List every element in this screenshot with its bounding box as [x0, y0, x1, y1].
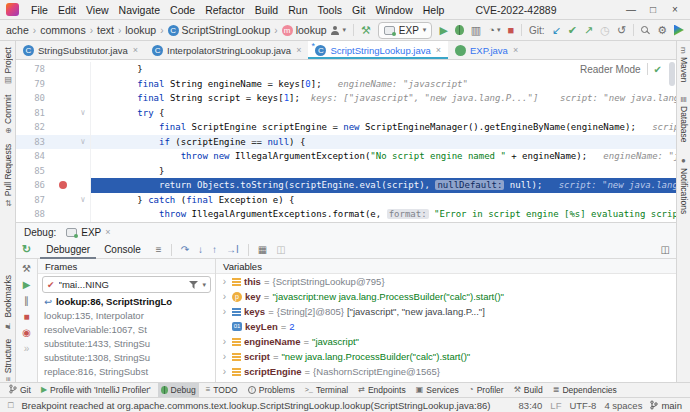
settings-wrench-icon[interactable]: ⚒ [22, 264, 31, 274]
tool-button-git[interactable]: Git [6, 383, 34, 398]
evaluate-expression-icon[interactable]: ▦ [258, 245, 267, 255]
editor-scrollbar[interactable] [667, 60, 676, 222]
tool-window-button-commit[interactable]: ⊕Commit [3, 95, 13, 134]
close-icon[interactable]: × [436, 45, 441, 55]
thread-selector[interactable]: ✔ "mai...NING ▾ [42, 276, 211, 293]
variable-row-key[interactable]: ›pkey="javascript:new java.lang.ProcessB… [216, 289, 676, 304]
tool-window-button-pull-requests[interactable]: ⇄Pull Requests [3, 144, 13, 206]
menu-refactor[interactable]: Refactor [200, 4, 250, 16]
frame-row[interactable]: ↩lookup:86, ScriptStringLo [38, 295, 215, 309]
tab-InterpolatorStringLookup.java[interactable]: CInterpolatorStringLookup.java× [145, 41, 308, 59]
debug-button[interactable] [455, 25, 464, 35]
menu-git[interactable]: Git [347, 4, 370, 16]
tool-button-services[interactable]: ▣Services [413, 383, 462, 398]
gutter-icon-area[interactable] [50, 164, 76, 179]
expand-chevron-icon[interactable]: › [220, 276, 229, 287]
code-line-86[interactable]: 86 return Objects.toString(scriptEngine.… [16, 178, 676, 193]
breadcrumb-item-text[interactable]: text [97, 24, 114, 36]
menu-tools[interactable]: Tools [312, 4, 347, 16]
profiler-plugin-icon[interactable] [674, 25, 684, 36]
tool-window-button-database[interactable]: ≣Database [679, 96, 689, 142]
tool-button-profile-with-intellij-profiler-[interactable]: ▶Profile with 'IntelliJ Profiler' [38, 383, 154, 398]
tool-window-button-bookmarks[interactable]: ⚑Bookmarks [3, 275, 13, 330]
gutter-icon-area[interactable] [50, 149, 76, 164]
variable-row-this[interactable]: ›this={ScriptStringLookup@795} [216, 274, 676, 289]
history-button[interactable]: ◷ [600, 25, 610, 36]
frame-row[interactable]: substitute:1433, StringSu [38, 337, 215, 351]
tool-window-button-maven[interactable]: mMaven [679, 47, 689, 82]
gutter-icon-area[interactable] [50, 62, 76, 77]
tool-window-button-notifications[interactable]: ●Notifications [679, 156, 689, 214]
tool-window-button-structure[interactable]: ≡Structure [3, 339, 13, 381]
git-commit-button[interactable]: ✔ [568, 25, 577, 36]
tool-button-endpoints[interactable]: ⇄Endpoints [355, 383, 409, 398]
file-encoding[interactable]: UTF-8 [569, 400, 596, 411]
close-icon[interactable]: × [133, 45, 138, 55]
editor[interactable]: 78 }79 final String engineName = keys[0]… [16, 60, 676, 222]
variable-row-scriptEngine[interactable]: ›scriptEngine={NashornScriptEngine@1565} [216, 364, 676, 379]
menu-build[interactable]: Build [250, 4, 283, 16]
variable-row-keys[interactable]: ›keys={String[2]@805} ["javascript", "ne… [216, 304, 676, 319]
expand-chevron-icon[interactable]: › [220, 366, 229, 377]
menu-code[interactable]: Code [165, 4, 200, 16]
close-icon[interactable]: × [105, 227, 110, 237]
expand-chevron-icon[interactable]: › [220, 351, 229, 362]
view-breakpoints-icon[interactable]: ◉ [22, 328, 31, 338]
git-push-button[interactable]: ↗ [584, 25, 593, 36]
tab-debugger[interactable]: Debugger [40, 241, 96, 259]
tab-console[interactable]: Console [98, 241, 147, 259]
tool-button-terminal[interactable]: >_Terminal [302, 383, 352, 398]
indent-setting[interactable]: 4 spaces [604, 400, 642, 411]
reader-mode-toggle[interactable]: Reader Mode [580, 64, 641, 75]
tool-window-button-project[interactable]: ▤Project [3, 47, 13, 85]
tool-button-problems[interactable]: !Problems [245, 383, 298, 398]
breadcrumb-item-scriptstringlookup[interactable]: CScriptStringLookup [168, 24, 271, 36]
code-line-80[interactable]: 80 final String script = keys[1]; keys: … [16, 91, 676, 106]
stop-icon[interactable]: ■ [23, 312, 29, 322]
user-account-button[interactable]: ▾ [330, 26, 346, 35]
filter-icon[interactable] [189, 281, 198, 289]
gutter-icon-area[interactable] [50, 106, 76, 121]
gutter-icon-area[interactable] [50, 91, 76, 106]
gutter-icon-area[interactable] [50, 77, 76, 92]
tab-EXP.java[interactable]: CEXP.java× [448, 41, 525, 59]
fold-marker-icon[interactable]: ∨ [76, 193, 90, 208]
debug-session-tab[interactable]: EXP × [66, 227, 110, 238]
close-icon[interactable]: × [296, 45, 301, 55]
menu-help[interactable]: Help [418, 4, 450, 16]
code-line-84[interactable]: 84 throw new IllegalArgumentException("N… [16, 149, 676, 164]
code-line-79[interactable]: 79 final String engineName = keys[0]; en… [16, 77, 676, 92]
expand-chevron-icon[interactable]: › [220, 336, 229, 347]
menu-window[interactable]: Window [370, 4, 417, 16]
git-update-button[interactable]: ↙ [552, 25, 561, 36]
layout-options-icon[interactable]: ≡ [156, 245, 162, 255]
frame-row[interactable]: resolveVariable:1067, St [38, 323, 215, 337]
minimize-button[interactable]: — [620, 4, 642, 15]
step-over-icon[interactable]: ↷ [181, 245, 189, 255]
tool-button-profiler[interactable]: ◔Profiler [466, 383, 507, 398]
code-line-88[interactable]: 88 throw IllegalArgumentExceptions.forma… [16, 207, 676, 222]
variable-row-script[interactable]: ›script="new java.lang.ProcessBuilder("c… [216, 349, 676, 364]
menu-view[interactable]: View [81, 4, 114, 16]
variable-row-engineName[interactable]: ›engineName="javascript" [216, 334, 676, 349]
menu-edit[interactable]: Edit [53, 4, 81, 16]
frame-row[interactable]: replace:816, StringSubst [38, 365, 215, 379]
fold-marker-icon[interactable]: ∨ [76, 135, 90, 150]
close-button[interactable]: × [664, 4, 686, 15]
run-button[interactable]: ▶ [439, 25, 447, 36]
menu-navigate[interactable]: Navigate [114, 4, 165, 16]
code-line-83[interactable]: 83∨ if (scriptEngine == null) { [16, 135, 676, 150]
breadcrumb-item-commons[interactable]: commons [40, 24, 86, 36]
tool-button-todo[interactable]: ≡TODO [203, 383, 241, 398]
inspections-ok-icon[interactable]: ✔ [654, 64, 662, 75]
profile-button[interactable]: ◔ ▾ [488, 25, 500, 36]
run-with-coverage-button[interactable]: ▥ [471, 25, 481, 36]
tool-button-dependencies[interactable]: ≣Dependencies [550, 383, 620, 398]
breadcrumb-item-lookup[interactable]: lookup [125, 24, 156, 36]
pause-icon[interactable]: ∥ [24, 296, 29, 306]
code-line-85[interactable]: 85 } [16, 164, 676, 179]
expand-chevron-icon[interactable]: › [220, 306, 229, 317]
menu-file[interactable]: File [26, 4, 53, 16]
code-line-87[interactable]: 87∨ } catch (final Exception e) { [16, 193, 676, 208]
gutter-icon-area[interactable] [50, 178, 76, 193]
